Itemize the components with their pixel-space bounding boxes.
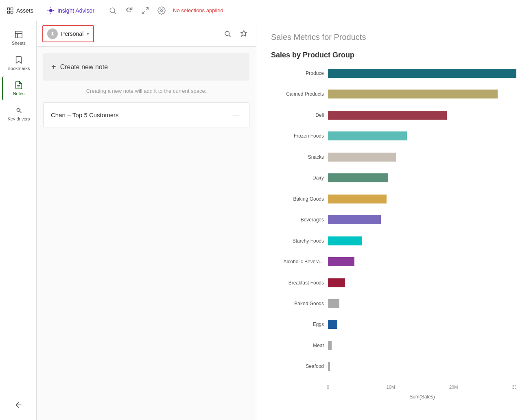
sidebar-item-key-drivers[interactable]: Key drivers (2, 102, 35, 125)
notes-search-btn[interactable] (221, 27, 234, 40)
svg-line-10 (114, 12, 116, 14)
refresh-btn[interactable] (122, 4, 135, 17)
x-tick: 10M (387, 385, 395, 389)
notes-content: + Create new note Creating a new note wi… (37, 47, 256, 420)
bar-label: Baking Goods (271, 196, 324, 202)
insight-advisor-tab[interactable]: Insight Advisor (40, 0, 101, 21)
svg-line-11 (146, 7, 149, 10)
x-axis: 010M20M30MSum(Sales) (328, 382, 516, 394)
svg-point-21 (225, 31, 229, 36)
svg-rect-1 (11, 8, 13, 10)
key-drivers-icon (14, 106, 23, 115)
bar-label: Deli (271, 112, 324, 118)
bar-fill (328, 257, 354, 266)
assets-button[interactable]: Assets (0, 0, 40, 21)
svg-line-22 (229, 35, 230, 37)
bar-fill (328, 215, 381, 224)
bar-label: Eggs (271, 322, 324, 327)
bar-fill (328, 131, 407, 140)
personal-avatar (47, 28, 58, 39)
bar-track (328, 111, 516, 120)
topbar: Assets Insight Advisor No selec (0, 0, 531, 21)
bar-fill (328, 173, 388, 182)
expand-icon (141, 7, 149, 15)
sheets-icon (14, 30, 23, 39)
settings-btn[interactable] (155, 4, 168, 17)
icon-sidebar: Sheets Bookmarks Notes Key drivers (0, 21, 37, 420)
bar-row: Seafood (271, 361, 516, 372)
insight-advisor-label: Insight Advisor (57, 7, 94, 14)
sheets-label: Sheets (12, 41, 26, 46)
bar-track (328, 215, 516, 224)
bar-row: Frozen Foods (271, 130, 516, 142)
refresh-icon (125, 7, 133, 15)
x-axis-label: Sum(Sales) (409, 394, 435, 400)
create-note-button[interactable]: + Create new note (43, 53, 249, 81)
bar-label: Alcoholic Bevera... (271, 259, 324, 265)
bar-track (328, 131, 516, 140)
bar-track (328, 257, 516, 266)
bar-fill (328, 153, 396, 162)
bar-track (328, 173, 516, 182)
bookmarks-icon (14, 55, 23, 64)
search-mode-icon (109, 7, 117, 15)
personal-dropdown[interactable]: Personal ▾ (42, 25, 94, 42)
bar-fill (328, 299, 339, 308)
sidebar-item-sheets[interactable]: Sheets (2, 26, 35, 50)
bar-label: Frozen Foods (271, 133, 324, 139)
bar-track (328, 90, 516, 98)
bar-track (328, 195, 516, 203)
bar-fill (328, 111, 447, 120)
bar-label: Produce (271, 70, 324, 76)
note-card-menu-btn[interactable]: ··· (230, 109, 242, 120)
bar-track (328, 69, 516, 78)
grid-icon (7, 7, 14, 14)
svg-rect-0 (7, 8, 9, 10)
bar-fill (328, 90, 498, 98)
svg-line-12 (142, 11, 145, 13)
x-tick: 30M (512, 385, 516, 389)
bar-fill (328, 341, 332, 350)
bar-row: Baking Goods (271, 193, 516, 205)
sidebar-item-notes[interactable]: Notes (2, 77, 35, 100)
bar-chart: ProduceCanned ProductsDeliFrozen FoodsSn… (271, 68, 516, 410)
bar-row: Breakfast Foods (271, 277, 516, 289)
bar-fill (328, 278, 345, 287)
pin-btn[interactable] (237, 27, 250, 40)
bar-label: Beverages (271, 217, 324, 223)
bar-row: Beverages (271, 214, 516, 225)
bar-row: Eggs (271, 319, 516, 330)
notes-panel-header: Personal ▾ (37, 21, 256, 47)
bar-label: Snacks (271, 154, 324, 160)
chart-panel: Sales Metrics for Products Sales by Prod… (256, 21, 531, 420)
note-card[interactable]: Chart – Top 5 Customers ··· (43, 102, 249, 127)
bar-row: Baked Goods (271, 298, 516, 309)
topbar-actions: No selections applied (101, 4, 228, 17)
main-layout: Sheets Bookmarks Notes Key drivers (0, 21, 531, 420)
bar-label: Dairy (271, 175, 324, 181)
svg-rect-2 (7, 11, 9, 13)
bar-label: Seafood (271, 363, 324, 369)
sidebar-item-bookmarks[interactable]: Bookmarks (2, 51, 35, 75)
bar-row: Produce (271, 68, 516, 79)
collapse-sidebar-btn[interactable] (2, 396, 35, 413)
bar-label: Breakfast Foods (271, 280, 324, 286)
bar-track (328, 320, 516, 329)
bar-label: Baked Goods (271, 301, 324, 306)
personal-label: Personal (61, 31, 83, 37)
avatar-icon (50, 31, 55, 37)
bar-row: Dairy (271, 172, 516, 184)
chart-subtitle: Sales by Product Group (271, 51, 516, 59)
plus-icon: + (51, 62, 56, 72)
bar-row: Snacks (271, 151, 516, 163)
settings-icon (157, 7, 166, 15)
bar-track (328, 299, 516, 308)
notes-label: Notes (13, 91, 25, 96)
bar-track (328, 236, 516, 245)
svg-point-13 (161, 9, 163, 11)
bar-track (328, 341, 516, 350)
bookmarks-label: Bookmarks (7, 66, 30, 71)
search-mode-btn[interactable] (106, 4, 119, 17)
expand-btn[interactable] (139, 4, 152, 17)
x-tick: 0 (327, 385, 329, 389)
